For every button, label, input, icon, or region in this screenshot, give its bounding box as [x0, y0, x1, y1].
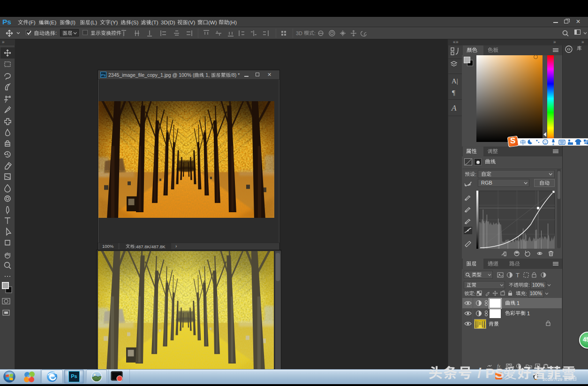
svg-text:¶: ¶ — [452, 89, 455, 96]
svg-text:A: A — [451, 104, 457, 112]
svg-text:A|: A| — [452, 77, 458, 85]
svg-text:T: T — [516, 272, 520, 278]
